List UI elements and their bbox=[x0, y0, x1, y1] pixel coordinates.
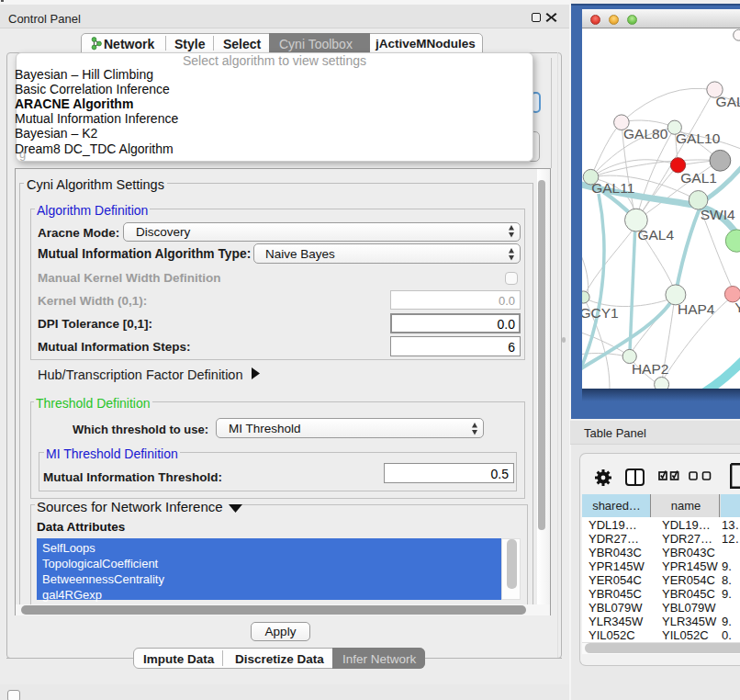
svg-text:GCY1: GCY1 bbox=[582, 305, 619, 321]
svg-text:GAL1: GAL1 bbox=[680, 170, 717, 186]
svg-text:GAL4: GAL4 bbox=[637, 227, 674, 243]
svg-text:GAL11: GAL11 bbox=[591, 180, 634, 196]
svg-text:HAP2: HAP2 bbox=[632, 361, 669, 377]
svg-text:GAL10: GAL10 bbox=[676, 130, 721, 146]
svg-text:Y: Y bbox=[734, 299, 740, 315]
svg-text:GAL80: GAL80 bbox=[623, 126, 668, 141]
svg-text:GAL2: GAL2 bbox=[716, 94, 740, 109]
svg-text:SWI4: SWI4 bbox=[701, 207, 735, 222]
svg-text:HAP4: HAP4 bbox=[678, 301, 715, 317]
